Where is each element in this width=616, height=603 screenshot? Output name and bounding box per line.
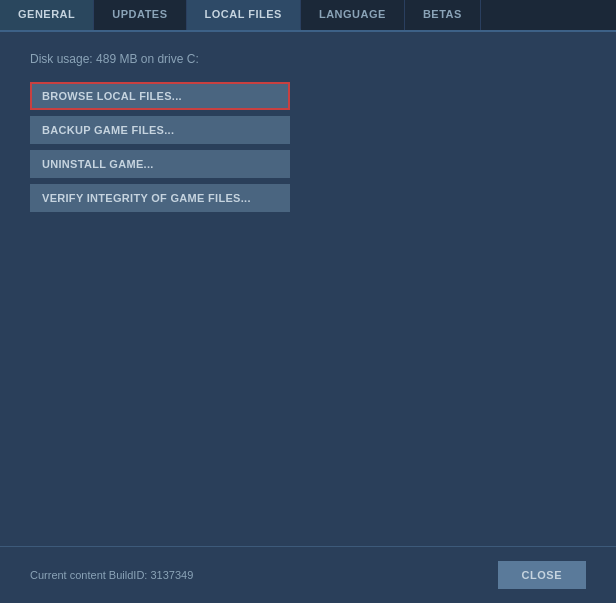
verify-integrity-button[interactable]: VERIFY INTEGRITY OF GAME FILES...	[30, 184, 290, 212]
close-button[interactable]: CLOSE	[498, 561, 586, 589]
tab-betas[interactable]: BETAS	[405, 0, 481, 30]
browse-local-files-button[interactable]: BROWSE LOCAL FILES...	[30, 82, 290, 110]
tab-general[interactable]: GENERAL	[0, 0, 94, 30]
tab-language[interactable]: LANGUAGE	[301, 0, 405, 30]
tab-updates[interactable]: UPDATES	[94, 0, 186, 30]
footer: Current content BuildID: 3137349 CLOSE	[0, 546, 616, 603]
tab-local-files[interactable]: LOCAL FILES	[187, 0, 301, 30]
main-container: GENERAL UPDATES LOCAL FILES LANGUAGE BET…	[0, 0, 616, 603]
main-content: Disk usage: 489 MB on drive C: BROWSE LO…	[0, 32, 616, 546]
backup-game-files-button[interactable]: BACKUP GAME FILES...	[30, 116, 290, 144]
spacer	[30, 218, 586, 526]
disk-usage-label: Disk usage: 489 MB on drive C:	[30, 52, 586, 66]
tab-bar: GENERAL UPDATES LOCAL FILES LANGUAGE BET…	[0, 0, 616, 32]
uninstall-game-button[interactable]: UNINSTALL GAME...	[30, 150, 290, 178]
build-id-label: Current content BuildID: 3137349	[30, 569, 193, 581]
